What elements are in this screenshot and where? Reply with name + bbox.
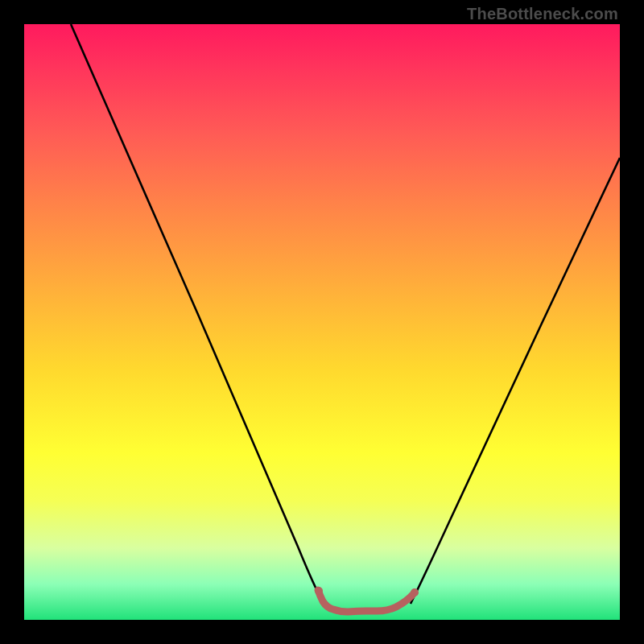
line-right-curve [411,158,620,604]
notch-left-dot [315,587,323,595]
plot-area [24,24,620,620]
line-notch [318,590,415,612]
notch-right-dot [411,588,419,597]
watermark-text: TheBottleneck.com [467,5,618,23]
chart-svg [24,24,620,620]
line-left-curve [71,24,324,605]
